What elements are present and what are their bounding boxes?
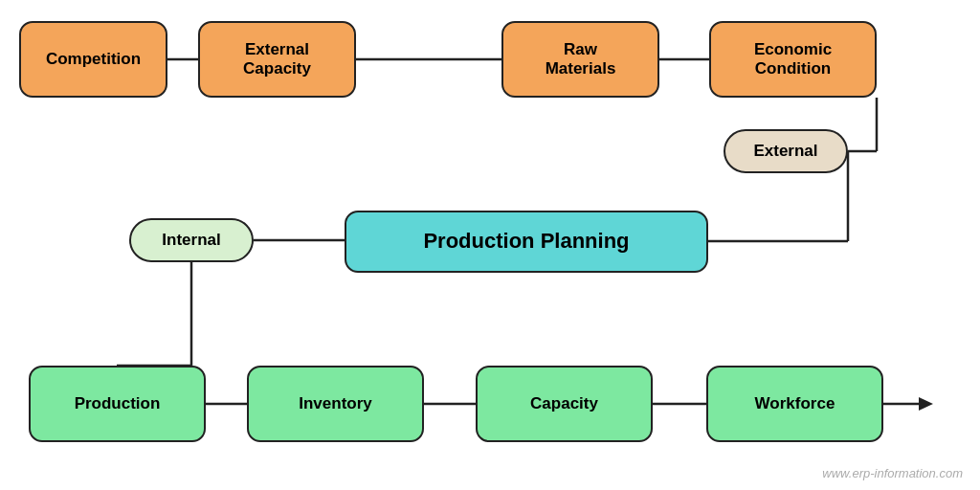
economic-condition-node: EconomicCondition xyxy=(709,21,877,98)
external-capacity-node: ExternalCapacity xyxy=(198,21,356,98)
production-planning-node: Production Planning xyxy=(345,211,708,273)
capacity-node: Capacity xyxy=(476,366,653,442)
svg-marker-14 xyxy=(919,397,933,411)
raw-materials-node: RawMaterials xyxy=(501,21,659,98)
inventory-node: Inventory xyxy=(247,366,424,442)
workforce-node: Workforce xyxy=(706,366,883,442)
competition-node: Competition xyxy=(19,21,167,98)
diagram: Competition ExternalCapacity RawMaterial… xyxy=(0,0,980,490)
internal-oval: Internal xyxy=(129,218,254,262)
watermark: www.erp-information.com xyxy=(822,466,963,480)
production-node: Production xyxy=(29,366,206,442)
external-oval: External xyxy=(724,129,848,173)
